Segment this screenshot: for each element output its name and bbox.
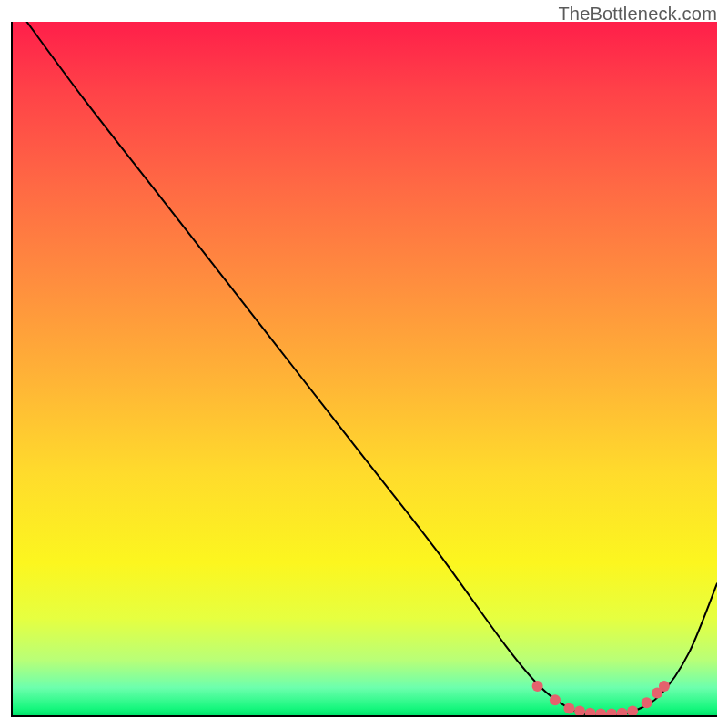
optimal-range-dot [595,708,606,715]
markers-layer [13,22,717,715]
optimal-range-marker-group [532,681,670,715]
optimal-range-dot [574,705,585,715]
optimal-range-dot [550,694,561,705]
optimal-range-dot [659,681,670,692]
optimal-range-dot [617,708,628,715]
optimal-range-dot [606,708,617,715]
bottleneck-chart: TheBottleneck.com [0,0,728,728]
optimal-range-dot [563,703,574,713]
optimal-range-dot [627,705,638,715]
plot-area [11,22,717,717]
optimal-range-dot [642,697,652,708]
optimal-range-dot [532,681,543,692]
optimal-range-dot [585,708,596,715]
watermark-text: TheBottleneck.com [558,4,717,25]
